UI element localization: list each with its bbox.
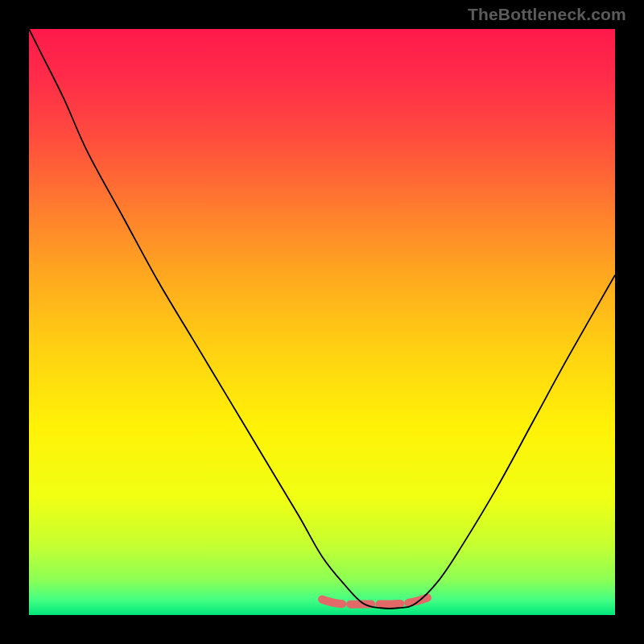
chart-stage: TheBottleneck.com — [0, 0, 644, 644]
attribution-label: TheBottleneck.com — [468, 5, 626, 24]
plot-area — [29, 29, 615, 615]
plot-background — [29, 29, 615, 615]
plot-svg — [29, 29, 615, 615]
